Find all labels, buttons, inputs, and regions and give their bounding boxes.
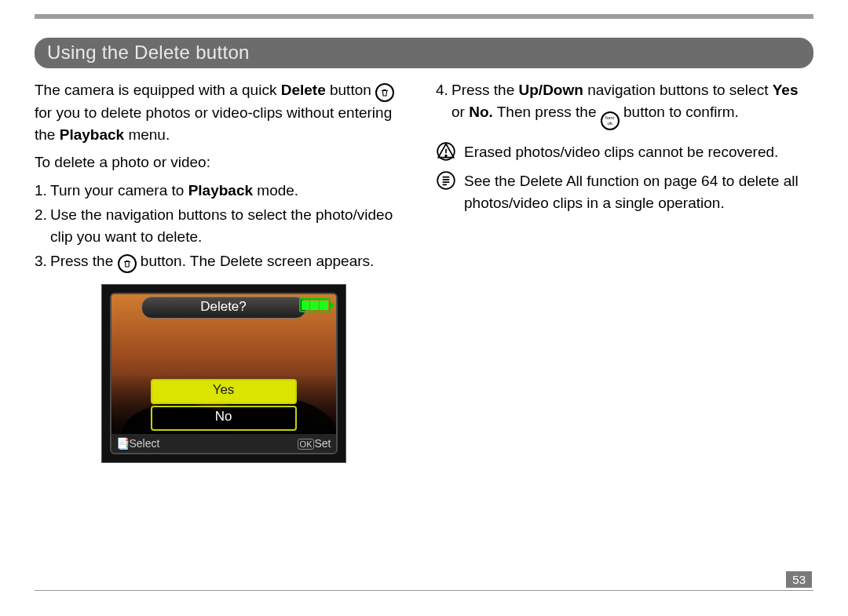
lcd-option-no: No xyxy=(151,406,297,431)
svg-point-2 xyxy=(445,155,447,156)
intro-paragraph: The camera is equipped with a quick Dele… xyxy=(35,79,412,145)
warning-icon xyxy=(436,141,456,163)
trash-icon xyxy=(375,83,394,102)
func-ok-icon: funcok xyxy=(601,111,620,130)
step-1: 1. Turn your camera to Playback mode. xyxy=(35,180,412,202)
step-4: 4. Press the Up/Down navigation buttons … xyxy=(436,79,813,130)
intro-a: The camera is equipped with a quick xyxy=(35,82,281,98)
left-column: The camera is equipped with a quick Dele… xyxy=(35,79,412,463)
trash-icon xyxy=(118,254,137,273)
top-divider xyxy=(35,14,813,19)
warning-note: Erased photos/video clips cannot be reco… xyxy=(436,141,813,163)
lcd-bottom-right: OKSet xyxy=(298,436,331,451)
info-note: See the Delete All function on page 64 t… xyxy=(436,170,813,213)
step-2: 2. Use the navigation buttons to select … xyxy=(35,204,412,247)
right-column: 4. Press the Up/Down navigation buttons … xyxy=(436,79,813,463)
step-3: 3. Press the button. The Delete screen a… xyxy=(35,250,412,273)
note-icon xyxy=(436,170,456,213)
battery-icon xyxy=(299,298,331,312)
lcd-bottom-left: 📑Select xyxy=(116,436,160,451)
svg-point-3 xyxy=(437,172,455,189)
page-number: 53 xyxy=(786,571,812,588)
camera-lcd-screenshot: Delete? Yes No 📑Select OKSet xyxy=(101,284,346,463)
lcd-option-yes: Yes xyxy=(151,379,297,404)
warning-text: Erased photos/video clips cannot be reco… xyxy=(464,141,813,163)
section-title: Using the Delete button xyxy=(35,38,813,68)
lcd-dialog-title: Delete? xyxy=(141,297,306,319)
intro-f: menu. xyxy=(124,126,170,143)
intro-playback-word: Playback xyxy=(60,126,124,143)
intro-delete-word: Delete xyxy=(281,82,326,98)
subhead: To delete a photo or video: xyxy=(35,151,412,173)
info-text: See the Delete All function on page 64 t… xyxy=(464,170,813,213)
intro-c: button xyxy=(326,82,375,98)
bottom-divider xyxy=(35,590,813,591)
